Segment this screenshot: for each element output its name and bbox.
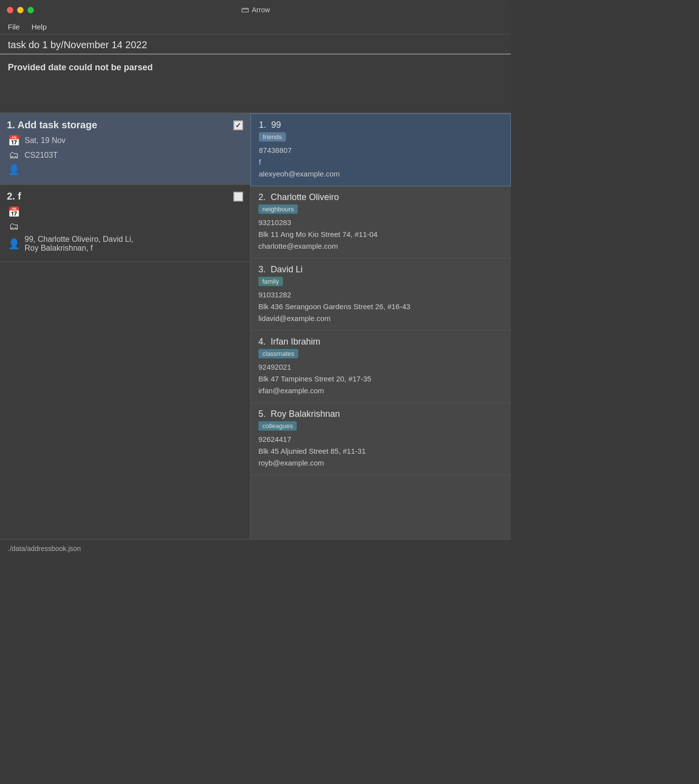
contact-tag: classmates xyxy=(258,349,298,358)
person-icon: 👤 xyxy=(7,238,21,250)
task-project: CS2103T xyxy=(25,151,58,160)
contact-item[interactable]: 2. Charlotte Oliveiro neighbours 9321028… xyxy=(251,186,511,259)
contact-details: 91031282 Blk 436 Serangoon Gardens Stree… xyxy=(258,289,503,324)
calendar-icon: 📅 xyxy=(7,135,21,146)
contact-tag: friends xyxy=(259,132,286,142)
maximize-button[interactable] xyxy=(28,7,34,13)
task-date-row: 📅 Sat, 19 Nov xyxy=(7,135,243,146)
task-checkbox[interactable] xyxy=(233,192,243,202)
app-icon: 🗃 xyxy=(241,5,249,14)
contact-tag: family xyxy=(258,277,283,286)
menu-help[interactable]: Help xyxy=(31,23,47,31)
task-project-row: 🗂 xyxy=(7,221,243,232)
task-contacts-row: 👤 xyxy=(7,164,243,175)
contact-name: 2. Charlotte Oliveiro xyxy=(258,192,503,203)
menu-file[interactable]: File xyxy=(8,23,20,31)
title-bar: 🗃 Arrow xyxy=(0,0,511,20)
status-bar: ./data/addressbook.json xyxy=(0,539,511,557)
contact-item[interactable]: 1. 99 friends 87438807 f alexyeoh@exampl… xyxy=(251,114,511,186)
minimize-button[interactable] xyxy=(17,7,24,13)
task-item[interactable]: 1. Add task storage 📅 Sat, 19 Nov 🗂 CS21… xyxy=(0,114,250,185)
contact-details: 92492021 Blk 47 Tampines Street 20, #17-… xyxy=(258,361,503,397)
error-message: Provided date could not be parsed xyxy=(8,62,153,72)
contact-details: 93210283 Blk 11 Ang Mo Kio Street 74, #1… xyxy=(258,217,503,252)
task-title: 1. Add task storage xyxy=(7,119,97,131)
contact-details: 87438807 f alexyeoh@example.com xyxy=(259,145,503,180)
task-date-row: 📅 xyxy=(7,206,243,218)
contact-tag: colleagues xyxy=(258,421,297,431)
contact-item[interactable]: 4. Irfan Ibrahim classmates 92492021 Blk… xyxy=(251,331,511,403)
command-area xyxy=(0,34,511,55)
contact-name: 1. 99 xyxy=(259,120,503,130)
contact-name: 3. David Li xyxy=(258,264,503,275)
close-button[interactable] xyxy=(7,7,13,13)
tasks-panel: 1. Add task storage 📅 Sat, 19 Nov 🗂 CS21… xyxy=(0,114,251,539)
contact-item[interactable]: 3. David Li family 91031282 Blk 436 Sera… xyxy=(251,259,511,331)
task-title: 2. f xyxy=(7,191,21,202)
task-item[interactable]: 2. f 📅 🗂 👤 99, Charlotte Oliveiro, David… xyxy=(0,185,250,262)
task-date: Sat, 19 Nov xyxy=(25,136,66,145)
contact-name: 5. Roy Balakrishnan xyxy=(258,409,503,419)
traffic-lights xyxy=(7,7,34,13)
task-project-row: 🗂 CS2103T xyxy=(7,149,243,161)
contact-name: 4. Irfan Ibrahim xyxy=(258,337,503,347)
contact-details: 92624417 Blk 45 Aljunied Street 85, #11-… xyxy=(258,434,503,469)
contact-item[interactable]: 5. Roy Balakrishnan colleagues 92624417 … xyxy=(251,403,511,475)
status-text: ./data/addressbook.json xyxy=(8,545,81,552)
error-area: Provided date could not be parsed xyxy=(0,55,511,114)
person-icon: 👤 xyxy=(7,164,21,175)
project-icon: 🗂 xyxy=(7,221,21,232)
contacts-panel: 1. 99 friends 87438807 f alexyeoh@exampl… xyxy=(251,114,511,539)
main-content: 1. Add task storage 📅 Sat, 19 Nov 🗂 CS21… xyxy=(0,114,511,539)
command-input[interactable] xyxy=(8,39,503,51)
project-icon: 🗂 xyxy=(7,149,21,161)
task-checkbox[interactable] xyxy=(233,120,243,130)
window-title: 🗃 Arrow xyxy=(241,5,270,14)
task-contacts: 99, Charlotte Oliveiro, David Li, Roy Ba… xyxy=(25,235,133,253)
calendar-icon: 📅 xyxy=(7,206,21,218)
task-contacts-row: 👤 99, Charlotte Oliveiro, David Li, Roy … xyxy=(7,235,243,253)
contact-tag: neighbours xyxy=(258,204,298,214)
menu-bar: File Help xyxy=(0,20,511,34)
